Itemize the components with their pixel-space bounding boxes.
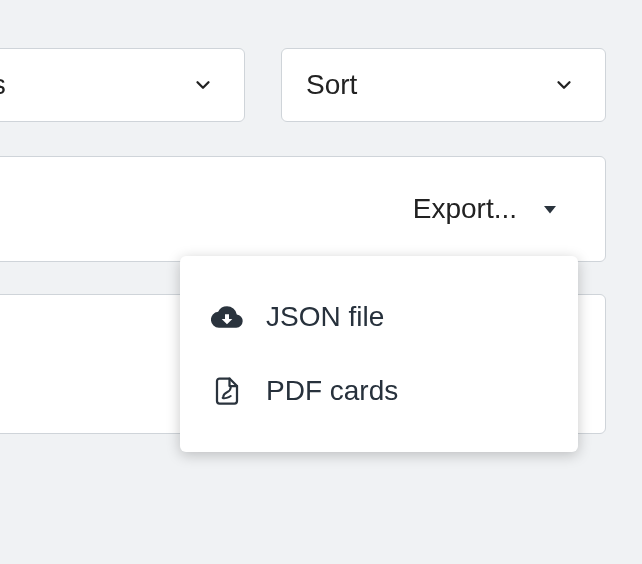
export-pdf-item[interactable]: PDF cards [180, 354, 578, 428]
menu-item-label: PDF cards [266, 375, 398, 407]
export-json-item[interactable]: JSON file [180, 280, 578, 354]
export-button[interactable]: Export... [413, 192, 567, 226]
toolbar-panel: Export... [0, 156, 606, 262]
categories-label: ories [0, 69, 6, 101]
categories-select[interactable]: ories [0, 48, 245, 122]
pdf-file-icon [210, 374, 244, 408]
cloud-download-icon [210, 300, 244, 334]
export-menu: JSON file PDF cards [180, 256, 578, 452]
export-button-label: Export... [413, 193, 517, 225]
chevron-down-icon [547, 68, 581, 102]
chevron-down-icon [186, 68, 220, 102]
sort-label: Sort [306, 69, 357, 101]
caret-down-icon [533, 192, 567, 226]
menu-item-label: JSON file [266, 301, 384, 333]
sort-select[interactable]: Sort [281, 48, 606, 122]
